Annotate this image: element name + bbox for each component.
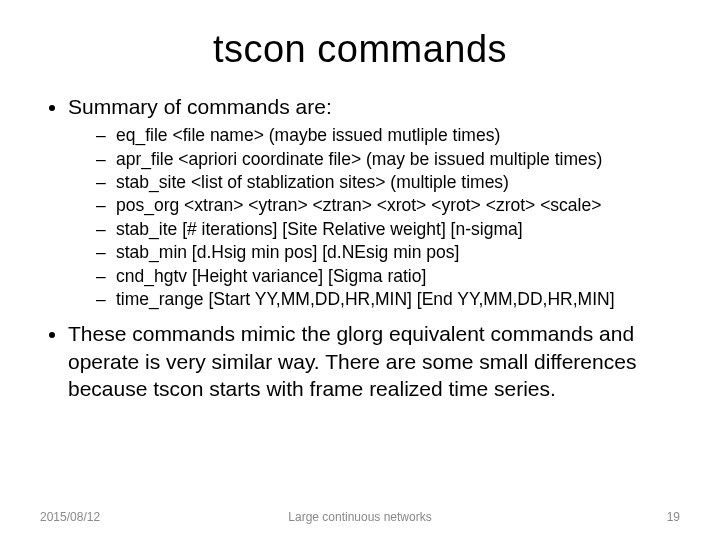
bullet-summary-text: Summary of commands are: — [68, 95, 332, 118]
command-list: eq_file <file name> (maybe issued mutlip… — [68, 124, 680, 310]
command-item: stab_min [d.Hsig min pos] [d.NEsig min p… — [96, 241, 680, 263]
footer-date: 2015/08/12 — [40, 510, 100, 524]
command-item: time_range [Start YY,MM,DD,HR,MIN] [End … — [96, 288, 680, 310]
slide: tscon commands Summary of commands are: … — [0, 0, 720, 540]
command-item: eq_file <file name> (maybe issued mutlip… — [96, 124, 680, 146]
bullet-summary: Summary of commands are: eq_file <file n… — [68, 93, 680, 310]
command-item: pos_org <xtran> <ytran> <ztran> <xrot> <… — [96, 194, 680, 216]
slide-footer: 2015/08/12 Large continuous networks 19 — [0, 510, 720, 524]
command-item: apr_file <apriori coordinate file> (may … — [96, 148, 680, 170]
slide-title: tscon commands — [40, 28, 680, 71]
command-item: cnd_hgtv [Height variance] [Sigma ratio] — [96, 265, 680, 287]
footer-center: Large continuous networks — [288, 510, 431, 524]
footer-page-number: 19 — [667, 510, 680, 524]
command-item: stab_ite [# iterations] [Site Relative w… — [96, 218, 680, 240]
bullet-paragraph: These commands mimic the glorg equivalen… — [68, 320, 680, 402]
command-item: stab_site <list of stablization sites> (… — [96, 171, 680, 193]
content-list: Summary of commands are: eq_file <file n… — [40, 93, 680, 402]
